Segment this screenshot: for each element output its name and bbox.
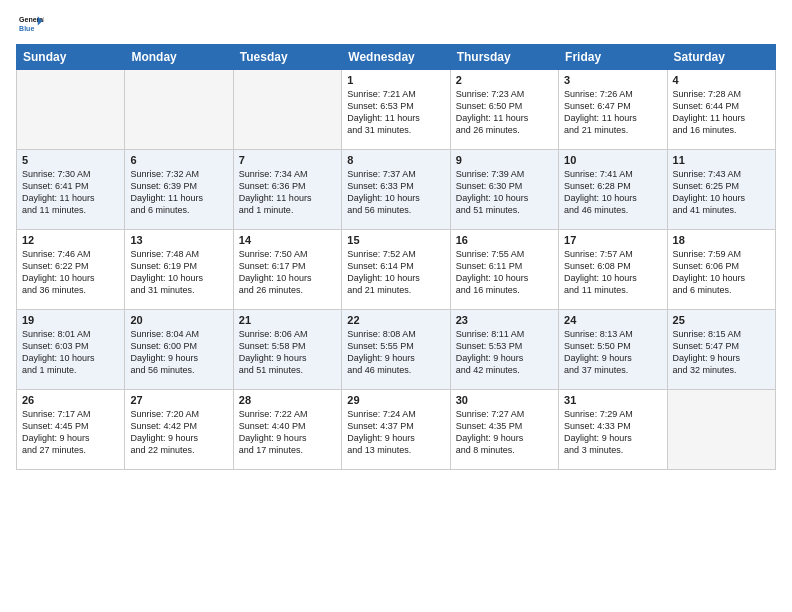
day-info: Sunrise: 7:46 AM Sunset: 6:22 PM Dayligh…: [22, 248, 119, 297]
day-cell: [125, 70, 233, 150]
day-cell: [667, 390, 775, 470]
day-cell: 8Sunrise: 7:37 AM Sunset: 6:33 PM Daylig…: [342, 150, 450, 230]
day-info: Sunrise: 7:48 AM Sunset: 6:19 PM Dayligh…: [130, 248, 227, 297]
day-cell: 7Sunrise: 7:34 AM Sunset: 6:36 PM Daylig…: [233, 150, 341, 230]
day-info: Sunrise: 7:23 AM Sunset: 6:50 PM Dayligh…: [456, 88, 553, 137]
day-info: Sunrise: 7:55 AM Sunset: 6:11 PM Dayligh…: [456, 248, 553, 297]
day-cell: 29Sunrise: 7:24 AM Sunset: 4:37 PM Dayli…: [342, 390, 450, 470]
week-row-5: 26Sunrise: 7:17 AM Sunset: 4:45 PM Dayli…: [17, 390, 776, 470]
day-number: 23: [456, 314, 553, 326]
day-info: Sunrise: 7:39 AM Sunset: 6:30 PM Dayligh…: [456, 168, 553, 217]
weekday-header-saturday: Saturday: [667, 45, 775, 70]
day-cell: 18Sunrise: 7:59 AM Sunset: 6:06 PM Dayli…: [667, 230, 775, 310]
day-info: Sunrise: 7:17 AM Sunset: 4:45 PM Dayligh…: [22, 408, 119, 457]
week-row-4: 19Sunrise: 8:01 AM Sunset: 6:03 PM Dayli…: [17, 310, 776, 390]
day-info: Sunrise: 8:15 AM Sunset: 5:47 PM Dayligh…: [673, 328, 770, 377]
day-number: 22: [347, 314, 444, 326]
day-info: Sunrise: 8:13 AM Sunset: 5:50 PM Dayligh…: [564, 328, 661, 377]
day-cell: 19Sunrise: 8:01 AM Sunset: 6:03 PM Dayli…: [17, 310, 125, 390]
page: General Blue SundayMondayTuesdayWednesda…: [0, 0, 792, 612]
day-number: 13: [130, 234, 227, 246]
day-cell: 24Sunrise: 8:13 AM Sunset: 5:50 PM Dayli…: [559, 310, 667, 390]
day-info: Sunrise: 8:08 AM Sunset: 5:55 PM Dayligh…: [347, 328, 444, 377]
day-number: 10: [564, 154, 661, 166]
day-info: Sunrise: 7:34 AM Sunset: 6:36 PM Dayligh…: [239, 168, 336, 217]
day-number: 14: [239, 234, 336, 246]
logo: General Blue: [16, 10, 44, 38]
day-cell: 31Sunrise: 7:29 AM Sunset: 4:33 PM Dayli…: [559, 390, 667, 470]
day-info: Sunrise: 7:24 AM Sunset: 4:37 PM Dayligh…: [347, 408, 444, 457]
svg-text:Blue: Blue: [19, 25, 34, 32]
day-number: 26: [22, 394, 119, 406]
week-row-3: 12Sunrise: 7:46 AM Sunset: 6:22 PM Dayli…: [17, 230, 776, 310]
day-number: 6: [130, 154, 227, 166]
day-info: Sunrise: 7:20 AM Sunset: 4:42 PM Dayligh…: [130, 408, 227, 457]
day-number: 4: [673, 74, 770, 86]
day-cell: 5Sunrise: 7:30 AM Sunset: 6:41 PM Daylig…: [17, 150, 125, 230]
day-cell: 28Sunrise: 7:22 AM Sunset: 4:40 PM Dayli…: [233, 390, 341, 470]
day-cell: 12Sunrise: 7:46 AM Sunset: 6:22 PM Dayli…: [17, 230, 125, 310]
day-cell: 13Sunrise: 7:48 AM Sunset: 6:19 PM Dayli…: [125, 230, 233, 310]
day-cell: 23Sunrise: 8:11 AM Sunset: 5:53 PM Dayli…: [450, 310, 558, 390]
weekday-header-friday: Friday: [559, 45, 667, 70]
day-info: Sunrise: 7:22 AM Sunset: 4:40 PM Dayligh…: [239, 408, 336, 457]
weekday-header-monday: Monday: [125, 45, 233, 70]
day-number: 18: [673, 234, 770, 246]
day-cell: 14Sunrise: 7:50 AM Sunset: 6:17 PM Dayli…: [233, 230, 341, 310]
day-number: 8: [347, 154, 444, 166]
day-cell: 15Sunrise: 7:52 AM Sunset: 6:14 PM Dayli…: [342, 230, 450, 310]
day-info: Sunrise: 8:04 AM Sunset: 6:00 PM Dayligh…: [130, 328, 227, 377]
day-cell: 1Sunrise: 7:21 AM Sunset: 6:53 PM Daylig…: [342, 70, 450, 150]
day-number: 17: [564, 234, 661, 246]
day-cell: 27Sunrise: 7:20 AM Sunset: 4:42 PM Dayli…: [125, 390, 233, 470]
day-number: 19: [22, 314, 119, 326]
calendar-table: SundayMondayTuesdayWednesdayThursdayFrid…: [16, 44, 776, 470]
day-number: 27: [130, 394, 227, 406]
day-info: Sunrise: 7:43 AM Sunset: 6:25 PM Dayligh…: [673, 168, 770, 217]
day-number: 30: [456, 394, 553, 406]
day-info: Sunrise: 7:26 AM Sunset: 6:47 PM Dayligh…: [564, 88, 661, 137]
day-cell: 21Sunrise: 8:06 AM Sunset: 5:58 PM Dayli…: [233, 310, 341, 390]
weekday-header-tuesday: Tuesday: [233, 45, 341, 70]
day-number: 16: [456, 234, 553, 246]
day-cell: 22Sunrise: 8:08 AM Sunset: 5:55 PM Dayli…: [342, 310, 450, 390]
day-cell: 4Sunrise: 7:28 AM Sunset: 6:44 PM Daylig…: [667, 70, 775, 150]
day-cell: [233, 70, 341, 150]
day-info: Sunrise: 7:28 AM Sunset: 6:44 PM Dayligh…: [673, 88, 770, 137]
day-number: 24: [564, 314, 661, 326]
day-cell: 9Sunrise: 7:39 AM Sunset: 6:30 PM Daylig…: [450, 150, 558, 230]
day-cell: 30Sunrise: 7:27 AM Sunset: 4:35 PM Dayli…: [450, 390, 558, 470]
day-info: Sunrise: 7:50 AM Sunset: 6:17 PM Dayligh…: [239, 248, 336, 297]
day-number: 11: [673, 154, 770, 166]
day-number: 7: [239, 154, 336, 166]
weekday-header-thursday: Thursday: [450, 45, 558, 70]
day-number: 2: [456, 74, 553, 86]
day-info: Sunrise: 7:37 AM Sunset: 6:33 PM Dayligh…: [347, 168, 444, 217]
day-cell: 20Sunrise: 8:04 AM Sunset: 6:00 PM Dayli…: [125, 310, 233, 390]
day-info: Sunrise: 7:59 AM Sunset: 6:06 PM Dayligh…: [673, 248, 770, 297]
day-info: Sunrise: 7:29 AM Sunset: 4:33 PM Dayligh…: [564, 408, 661, 457]
day-info: Sunrise: 8:11 AM Sunset: 5:53 PM Dayligh…: [456, 328, 553, 377]
day-cell: 6Sunrise: 7:32 AM Sunset: 6:39 PM Daylig…: [125, 150, 233, 230]
day-info: Sunrise: 7:27 AM Sunset: 4:35 PM Dayligh…: [456, 408, 553, 457]
day-cell: 10Sunrise: 7:41 AM Sunset: 6:28 PM Dayli…: [559, 150, 667, 230]
day-number: 25: [673, 314, 770, 326]
day-number: 31: [564, 394, 661, 406]
day-cell: [17, 70, 125, 150]
day-number: 5: [22, 154, 119, 166]
weekday-header-wednesday: Wednesday: [342, 45, 450, 70]
day-number: 21: [239, 314, 336, 326]
weekday-header-sunday: Sunday: [17, 45, 125, 70]
day-number: 28: [239, 394, 336, 406]
day-number: 3: [564, 74, 661, 86]
day-cell: 25Sunrise: 8:15 AM Sunset: 5:47 PM Dayli…: [667, 310, 775, 390]
day-number: 12: [22, 234, 119, 246]
day-info: Sunrise: 8:01 AM Sunset: 6:03 PM Dayligh…: [22, 328, 119, 377]
day-info: Sunrise: 7:57 AM Sunset: 6:08 PM Dayligh…: [564, 248, 661, 297]
day-cell: 3Sunrise: 7:26 AM Sunset: 6:47 PM Daylig…: [559, 70, 667, 150]
week-row-1: 1Sunrise: 7:21 AM Sunset: 6:53 PM Daylig…: [17, 70, 776, 150]
day-info: Sunrise: 8:06 AM Sunset: 5:58 PM Dayligh…: [239, 328, 336, 377]
header: General Blue: [16, 10, 776, 38]
day-info: Sunrise: 7:30 AM Sunset: 6:41 PM Dayligh…: [22, 168, 119, 217]
day-number: 1: [347, 74, 444, 86]
